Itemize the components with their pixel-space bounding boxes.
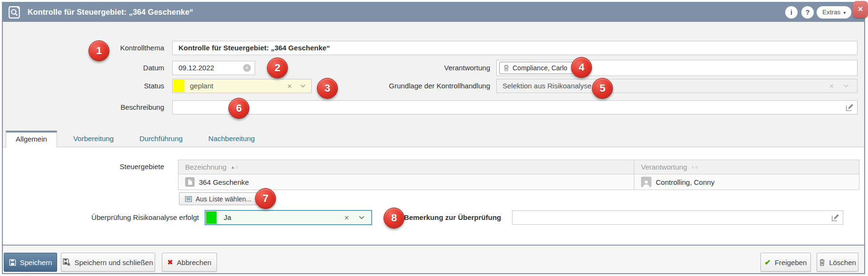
status-value: geplant — [190, 79, 213, 93]
datum-label: Datum — [45, 61, 164, 75]
trash-icon — [819, 259, 825, 266]
save-close-icon — [63, 258, 70, 266]
extras-button[interactable]: Extras▾ — [817, 6, 851, 19]
callout-badge-8: 8 — [384, 208, 404, 228]
help-button[interactable]: ? — [801, 6, 814, 19]
save-label: Speichern — [20, 258, 52, 266]
table-row[interactable]: 364 Geschenke Controlling, Conny — [178, 174, 859, 190]
steuergebiete-table: Bezeichnung ▲∨ Verantwortung ∧∨ 364 Gesc… — [178, 160, 859, 190]
list-icon — [185, 196, 192, 202]
cancel-label: Abbrechen — [177, 258, 212, 266]
choose-from-list-label: Aus Liste wählen... — [196, 195, 252, 203]
column-header-verantwortung-label: Verantwortung — [641, 163, 687, 171]
steuergebiete-label: Steuergebiete — [45, 160, 164, 174]
pruefung-color-swatch — [206, 211, 217, 224]
edit-text-icon[interactable] — [846, 104, 854, 112]
cancel-button[interactable]: ✖ Abbrechen — [162, 253, 217, 272]
column-header-verantwortung[interactable]: Verantwortung ∧∨ — [634, 160, 859, 174]
kontrollthema-value: Kontrolle für Steuergebiet: „364 Geschen… — [178, 41, 330, 55]
cancel-x-icon: ✖ — [168, 258, 173, 266]
person-avatar-icon — [641, 177, 651, 187]
info-icon: i — [790, 9, 792, 16]
tab-durchfuehrung[interactable]: Durchführung — [130, 131, 192, 147]
delete-button[interactable]: Löschen — [817, 253, 858, 272]
status-select[interactable]: geplant ✕ — [172, 79, 312, 93]
pruefung-chevron-down-icon[interactable] — [359, 216, 365, 219]
cell-verantwortung-value: Controlling, Conny — [656, 178, 714, 186]
verantwortung-chip-label: Compliance, Carlo — [513, 64, 567, 72]
column-header-bezeichnung[interactable]: Bezeichnung ▲∨ — [178, 160, 634, 174]
callout-badge-2: 2 — [267, 57, 288, 78]
tab-bar: Allgemein Vorbereitung Durchführung Nach… — [6, 131, 264, 147]
pruefung-value: Ja — [224, 211, 231, 224]
sort-desc-icon: ∨ — [236, 165, 239, 170]
bemerkung-input[interactable] — [512, 210, 843, 225]
extras-label: Extras — [822, 9, 840, 16]
document-search-icon — [8, 6, 21, 19]
kontrollthema-input[interactable]: Kontrolle für Steuergebiet: „364 Geschen… — [172, 41, 858, 55]
grundlage-chevron-down-icon[interactable] — [843, 85, 848, 88]
edit-text-icon[interactable] — [831, 214, 839, 222]
status-color-swatch — [173, 80, 184, 92]
tab-nachbereitung[interactable]: Nachbereitung — [199, 131, 265, 147]
sort-down-icon: ∨ — [695, 165, 699, 170]
grundlage-value: Selektion aus Risikoanalyse — [503, 79, 592, 93]
beschreibung-label: Beschreibung — [45, 100, 164, 114]
pruefung-label: Überprüfung Risikoanalyse erfolgt — [66, 210, 199, 225]
datum-input[interactable]: 09.12.2022 ✕ — [172, 61, 255, 75]
table-header-row: Bezeichnung ▲∨ Verantwortung ∧∨ — [178, 160, 859, 174]
status-chevron-down-icon[interactable] — [300, 85, 306, 88]
save-icon — [9, 259, 16, 266]
close-icon: ✕ — [858, 5, 863, 13]
sort-asc-icon: ▲ — [231, 165, 236, 170]
release-button[interactable]: ✔ Freigeben — [760, 253, 811, 272]
save-and-close-button[interactable]: Speichern und schließen — [61, 253, 155, 272]
help-icon: ? — [806, 9, 810, 16]
delete-label: Löschen — [829, 258, 856, 266]
status-clear-icon[interactable]: ✕ — [287, 83, 292, 90]
release-label: Freigeben — [775, 258, 807, 266]
pruefung-select[interactable]: Ja ✕ — [205, 210, 372, 225]
taxarea-document-icon — [185, 177, 195, 187]
status-label: Status — [45, 79, 164, 93]
beschreibung-input[interactable] — [172, 100, 858, 114]
chevron-down-icon: ▾ — [843, 7, 846, 19]
datum-value: 09.12.2022 — [178, 61, 214, 75]
callout-badge-6: 6 — [228, 98, 249, 119]
tab-allgemein[interactable]: Allgemein — [6, 131, 57, 147]
trash-icon[interactable] — [503, 65, 509, 71]
control-dialog-window: Kontrolle für Steuergebiet: „364 Geschen… — [0, 0, 868, 276]
cell-bezeichnung: 364 Geschenke — [178, 174, 634, 190]
cell-verantwortung: Controlling, Conny — [634, 174, 859, 190]
grundlage-clear-icon[interactable]: ✕ — [829, 83, 834, 90]
save-button[interactable]: Speichern — [4, 253, 57, 272]
choose-from-list-button[interactable]: Aus Liste wählen... — [179, 192, 258, 205]
window-title: Kontrolle für Steuergebiet: „364 Geschen… — [28, 3, 193, 22]
verantwortung-label: Verantwortung — [371, 60, 490, 76]
info-button[interactable]: i — [785, 6, 798, 19]
tab-vorbereitung[interactable]: Vorbereitung — [64, 131, 123, 147]
grundlage-label: Grundlage der Kontrollhandlung — [371, 79, 490, 93]
sort-icons[interactable]: ▲∨ — [231, 165, 239, 170]
callout-badge-4: 4 — [571, 57, 592, 78]
pruefung-clear-icon[interactable]: ✕ — [344, 214, 349, 221]
verantwortung-chip[interactable]: Compliance, Carlo — [499, 62, 573, 74]
callout-badge-7: 7 — [255, 188, 276, 209]
grundlage-select[interactable]: Selektion aus Risikoanalyse ✕ — [496, 79, 858, 93]
verantwortung-input[interactable]: Compliance, Carlo — [496, 60, 858, 76]
check-icon: ✔ — [765, 258, 771, 267]
clear-date-icon[interactable]: ✕ — [243, 64, 251, 72]
sort-icons[interactable]: ∧∨ — [691, 165, 699, 170]
callout-badge-3: 3 — [317, 78, 338, 99]
column-header-bezeichnung-label: Bezeichnung — [185, 163, 227, 171]
save-and-close-label: Speichern und schließen — [74, 258, 153, 266]
callout-badge-1: 1 — [89, 40, 109, 61]
close-button[interactable]: ✕ — [853, 1, 868, 18]
callout-badge-5: 5 — [592, 78, 613, 99]
cell-bezeichnung-value: 364 Geschenke — [199, 178, 249, 186]
